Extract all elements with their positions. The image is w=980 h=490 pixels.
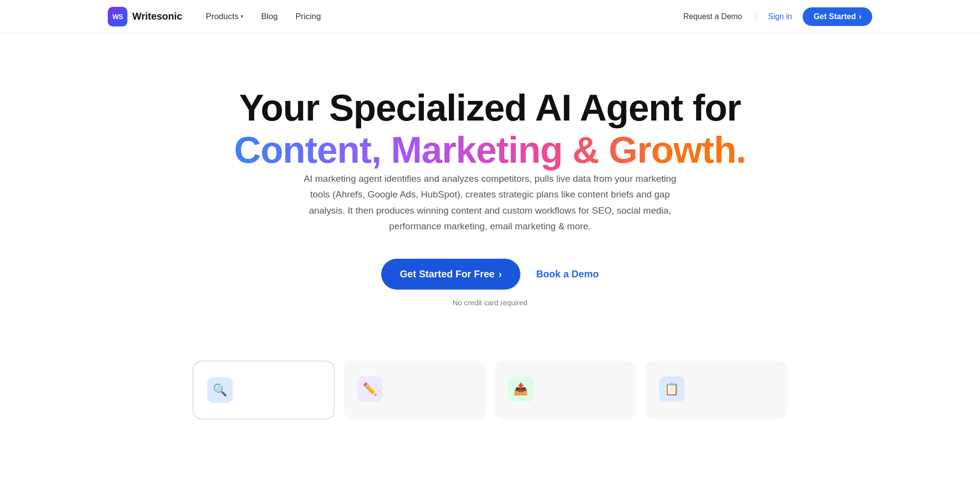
hero-title: Your Specialized AI Agent for Content, M… [234, 87, 746, 171]
feature-cards-row: 🔍 ✏️ 📤 📋 [0, 336, 980, 419]
hero-title-line2: Content, Marketing & Growth. [234, 129, 746, 171]
hero-section: Your Specialized AI Agent for Content, M… [0, 33, 980, 336]
nav-blog-link[interactable]: Blog [261, 12, 278, 22]
get-started-nav-button[interactable]: Get Started › [803, 7, 872, 26]
hero-title-line1: Your Specialized AI Agent for [239, 87, 741, 128]
arrow-icon: › [498, 269, 502, 280]
search-icon: 🔍 [207, 377, 233, 403]
get-started-free-button[interactable]: Get Started For Free › [381, 259, 520, 290]
publish-icon: 📤 [508, 376, 534, 402]
nav-divider [755, 12, 756, 22]
logo-icon: WS [108, 7, 127, 26]
card-create: ✏️ [343, 361, 486, 419]
card-manage: 📋 [645, 361, 787, 419]
chevron-down-icon: ▾ [241, 13, 244, 20]
main-nav: WS Writesonic Products ▾ Blog Pricing Re… [0, 0, 980, 33]
nav-item-blog[interactable]: Blog [261, 12, 278, 22]
arrow-icon: › [859, 12, 861, 21]
sign-in-link[interactable]: Sign in [762, 8, 798, 25]
card-research: 🔍 [193, 361, 335, 419]
logo-text: Writesonic [132, 11, 182, 22]
edit-icon: ✏️ [357, 376, 383, 402]
no-credit-card-text: No credit card required [453, 298, 528, 307]
nav-item-products[interactable]: Products ▾ [206, 12, 244, 22]
nav-pricing-link[interactable]: Pricing [295, 12, 321, 22]
nav-right: Request a Demo Sign in Get Started › [677, 7, 872, 26]
nav-item-pricing[interactable]: Pricing [295, 12, 321, 22]
logo-link[interactable]: WS Writesonic [108, 7, 182, 26]
hero-cta-row: Get Started For Free › Book a Demo [381, 259, 599, 290]
hero-description: AI marketing agent identifies and analyz… [294, 171, 686, 234]
card-publish: 📤 [494, 361, 637, 419]
nav-products-link[interactable]: Products ▾ [206, 12, 244, 22]
book-demo-link[interactable]: Book a Demo [536, 269, 599, 280]
nav-links: Products ▾ Blog Pricing [206, 12, 321, 22]
manage-icon: 📋 [659, 376, 685, 402]
request-demo-link[interactable]: Request a Demo [677, 8, 748, 25]
